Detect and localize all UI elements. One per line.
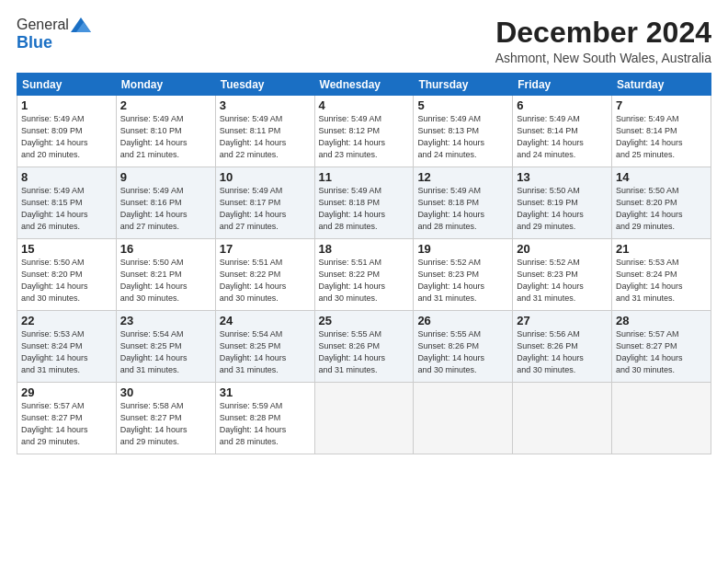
table-row: 5 Sunrise: 5:49 AMSunset: 8:13 PMDayligh… — [414, 96, 513, 167]
table-row: 30 Sunrise: 5:58 AMSunset: 8:27 PMDaylig… — [116, 383, 215, 454]
col-sunday: Sunday — [17, 74, 117, 96]
day-number: 22 — [21, 314, 112, 327]
day-number: 7 — [616, 98, 707, 112]
day-info: Sunrise: 5:53 AMSunset: 8:24 PMDaylight:… — [616, 258, 683, 303]
title-block: December 2024 Ashmont, New South Wales, … — [495, 17, 711, 65]
table-row: 8 Sunrise: 5:49 AMSunset: 8:15 PMDayligh… — [17, 167, 117, 239]
day-info: Sunrise: 5:50 AMSunset: 8:21 PMDaylight:… — [120, 258, 188, 303]
day-number: 24 — [220, 314, 311, 327]
day-info: Sunrise: 5:57 AMSunset: 8:27 PMDaylight:… — [616, 329, 683, 374]
calendar-row: 29 Sunrise: 5:57 AMSunset: 8:27 PMDaylig… — [17, 383, 711, 454]
day-info: Sunrise: 5:49 AMSunset: 8:09 PMDaylight:… — [21, 114, 88, 159]
logo: General Blue — [17, 17, 91, 52]
month-title: December 2024 — [495, 17, 711, 49]
table-row: 21 Sunrise: 5:53 AMSunset: 8:24 PMDaylig… — [612, 239, 711, 311]
day-number: 26 — [417, 314, 508, 327]
table-row: 15 Sunrise: 5:50 AMSunset: 8:20 PMDaylig… — [17, 239, 117, 311]
day-info: Sunrise: 5:57 AMSunset: 8:27 PMDaylight:… — [21, 401, 88, 446]
table-row — [612, 383, 711, 454]
day-number: 13 — [517, 170, 608, 184]
table-row: 26 Sunrise: 5:55 AMSunset: 8:26 PMDaylig… — [414, 311, 513, 383]
table-row: 28 Sunrise: 5:57 AMSunset: 8:27 PMDaylig… — [612, 311, 711, 383]
calendar-row: 8 Sunrise: 5:49 AMSunset: 8:15 PMDayligh… — [17, 167, 711, 239]
table-row: 19 Sunrise: 5:52 AMSunset: 8:23 PMDaylig… — [414, 239, 513, 311]
day-info: Sunrise: 5:49 AMSunset: 8:12 PMDaylight:… — [319, 114, 386, 159]
table-row: 27 Sunrise: 5:56 AMSunset: 8:26 PMDaylig… — [513, 311, 612, 383]
day-info: Sunrise: 5:52 AMSunset: 8:23 PMDaylight:… — [417, 258, 484, 303]
day-info: Sunrise: 5:49 AMSunset: 8:10 PMDaylight:… — [120, 114, 188, 159]
header: General Blue December 2024 Ashmont, New … — [17, 17, 711, 65]
table-row: 3 Sunrise: 5:49 AMSunset: 8:11 PMDayligh… — [215, 96, 314, 167]
location-title: Ashmont, New South Wales, Australia — [495, 51, 711, 65]
day-info: Sunrise: 5:53 AMSunset: 8:24 PMDaylight:… — [21, 329, 88, 374]
day-number: 27 — [517, 314, 608, 327]
day-info: Sunrise: 5:54 AMSunset: 8:25 PMDaylight:… — [120, 329, 188, 374]
calendar-row: 1 Sunrise: 5:49 AMSunset: 8:09 PMDayligh… — [17, 96, 711, 167]
table-row: 10 Sunrise: 5:49 AMSunset: 8:17 PMDaylig… — [215, 167, 314, 239]
day-info: Sunrise: 5:54 AMSunset: 8:25 PMDaylight:… — [220, 329, 287, 374]
day-info: Sunrise: 5:49 AMSunset: 8:17 PMDaylight:… — [220, 186, 287, 231]
day-number: 12 — [417, 170, 508, 184]
day-info: Sunrise: 5:49 AMSunset: 8:18 PMDaylight:… — [417, 186, 484, 231]
day-number: 10 — [220, 170, 311, 184]
day-number: 29 — [21, 385, 112, 399]
day-number: 16 — [120, 242, 211, 256]
table-row: 13 Sunrise: 5:50 AMSunset: 8:19 PMDaylig… — [513, 167, 612, 239]
day-info: Sunrise: 5:49 AMSunset: 8:11 PMDaylight:… — [220, 114, 287, 159]
day-info: Sunrise: 5:50 AMSunset: 8:20 PMDaylight:… — [616, 186, 683, 231]
day-info: Sunrise: 5:51 AMSunset: 8:22 PMDaylight:… — [220, 258, 287, 303]
day-number: 18 — [319, 242, 410, 256]
day-info: Sunrise: 5:50 AMSunset: 8:19 PMDaylight:… — [517, 186, 584, 231]
table-row: 31 Sunrise: 5:59 AMSunset: 8:28 PMDaylig… — [215, 383, 314, 454]
col-wednesday: Wednesday — [314, 74, 414, 96]
table-row: 25 Sunrise: 5:55 AMSunset: 8:26 PMDaylig… — [314, 311, 414, 383]
day-info: Sunrise: 5:49 AMSunset: 8:14 PMDaylight:… — [616, 114, 683, 159]
col-tuesday: Tuesday — [215, 74, 314, 96]
day-number: 17 — [220, 242, 311, 256]
day-info: Sunrise: 5:55 AMSunset: 8:26 PMDaylight:… — [319, 329, 386, 374]
day-number: 31 — [220, 385, 311, 399]
logo-icon — [71, 17, 91, 32]
day-number: 2 — [120, 98, 211, 112]
day-info: Sunrise: 5:49 AMSunset: 8:15 PMDaylight:… — [21, 186, 88, 231]
day-number: 25 — [319, 314, 410, 327]
table-row: 11 Sunrise: 5:49 AMSunset: 8:18 PMDaylig… — [314, 167, 414, 239]
col-thursday: Thursday — [414, 74, 513, 96]
calendar-row: 15 Sunrise: 5:50 AMSunset: 8:20 PMDaylig… — [17, 239, 711, 311]
table-row: 1 Sunrise: 5:49 AMSunset: 8:09 PMDayligh… — [17, 96, 117, 167]
day-info: Sunrise: 5:49 AMSunset: 8:13 PMDaylight:… — [417, 114, 484, 159]
day-number: 21 — [616, 242, 707, 256]
table-row: 20 Sunrise: 5:52 AMSunset: 8:23 PMDaylig… — [513, 239, 612, 311]
day-number: 3 — [220, 98, 311, 112]
table-row: 9 Sunrise: 5:49 AMSunset: 8:16 PMDayligh… — [116, 167, 215, 239]
calendar-header-row: Sunday Monday Tuesday Wednesday Thursday… — [17, 74, 711, 96]
day-info: Sunrise: 5:49 AMSunset: 8:18 PMDaylight:… — [319, 186, 386, 231]
day-number: 30 — [120, 385, 211, 399]
table-row: 6 Sunrise: 5:49 AMSunset: 8:14 PMDayligh… — [513, 96, 612, 167]
table-row: 14 Sunrise: 5:50 AMSunset: 8:20 PMDaylig… — [612, 167, 711, 239]
table-row: 2 Sunrise: 5:49 AMSunset: 8:10 PMDayligh… — [116, 96, 215, 167]
table-row: 29 Sunrise: 5:57 AMSunset: 8:27 PMDaylig… — [17, 383, 117, 454]
day-number: 8 — [21, 170, 112, 184]
table-row: 12 Sunrise: 5:49 AMSunset: 8:18 PMDaylig… — [414, 167, 513, 239]
table-row: 24 Sunrise: 5:54 AMSunset: 8:25 PMDaylig… — [215, 311, 314, 383]
day-number: 11 — [319, 170, 410, 184]
table-row: 16 Sunrise: 5:50 AMSunset: 8:21 PMDaylig… — [116, 239, 215, 311]
logo-general-text: General — [17, 17, 69, 33]
calendar-row: 22 Sunrise: 5:53 AMSunset: 8:24 PMDaylig… — [17, 311, 711, 383]
table-row: 4 Sunrise: 5:49 AMSunset: 8:12 PMDayligh… — [314, 96, 414, 167]
day-number: 4 — [319, 98, 410, 112]
table-row: 22 Sunrise: 5:53 AMSunset: 8:24 PMDaylig… — [17, 311, 117, 383]
day-info: Sunrise: 5:58 AMSunset: 8:27 PMDaylight:… — [120, 401, 188, 446]
table-row — [314, 383, 414, 454]
calendar-table: Sunday Monday Tuesday Wednesday Thursday… — [17, 73, 711, 454]
day-number: 15 — [21, 242, 112, 256]
day-info: Sunrise: 5:55 AMSunset: 8:26 PMDaylight:… — [417, 329, 484, 374]
table-row — [414, 383, 513, 454]
table-row: 7 Sunrise: 5:49 AMSunset: 8:14 PMDayligh… — [612, 96, 711, 167]
day-info: Sunrise: 5:49 AMSunset: 8:16 PMDaylight:… — [120, 186, 188, 231]
day-info: Sunrise: 5:52 AMSunset: 8:23 PMDaylight:… — [517, 258, 584, 303]
col-saturday: Saturday — [612, 74, 711, 96]
day-number: 9 — [120, 170, 211, 184]
day-number: 19 — [417, 242, 508, 256]
